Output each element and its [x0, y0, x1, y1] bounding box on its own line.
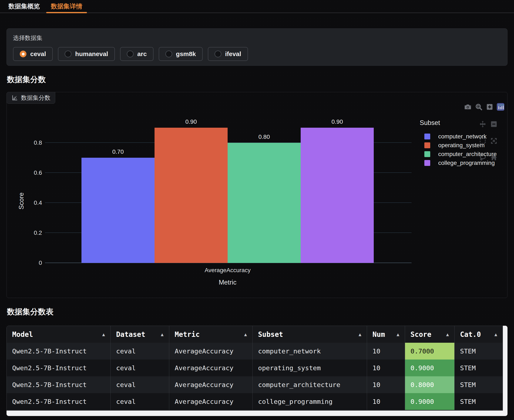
- table-row: Qwen2.5-7B-InstructcevalAverageAccuracyo…: [7, 360, 503, 376]
- legend-item-college_programming[interactable]: college_programming: [420, 158, 507, 167]
- table-body: Qwen2.5-7B-InstructcevalAverageAccuracyc…: [7, 343, 503, 410]
- column-header-label: Score: [410, 330, 431, 338]
- table-section-title: 数据集分数表: [7, 308, 507, 316]
- camera-icon[interactable]: [464, 103, 472, 111]
- vertical-scrollbar[interactable]: [503, 326, 507, 411]
- bar-computer_architecture: 0.80: [228, 143, 301, 263]
- sort-ascending-icon[interactable]: ▲: [359, 332, 361, 337]
- legend-title: Subset: [420, 119, 507, 127]
- radio-option-gsm8k[interactable]: gsm8k: [159, 47, 203, 61]
- legend-item-computer_architecture[interactable]: computer_architecture: [420, 150, 507, 158]
- sort-ascending-icon[interactable]: ▲: [161, 332, 164, 337]
- radio-option-humaneval[interactable]: humaneval: [58, 47, 115, 61]
- column-header-label: Num: [372, 330, 385, 338]
- radio-option-label: humaneval: [75, 50, 108, 58]
- bar-computer_network: 0.70: [82, 158, 155, 263]
- bar-operating_system: 0.90: [155, 128, 228, 263]
- plot-area: 0.700.900.800.90: [45, 115, 411, 263]
- legend-label: operating_system: [438, 142, 484, 149]
- radio-option-label: arc: [137, 50, 147, 58]
- radio-unselected-icon: [127, 51, 134, 57]
- y-tick-label: 0.8: [7, 139, 42, 146]
- zoom-icon[interactable]: [475, 103, 483, 111]
- scores-table-grid: Model▲Dataset▲Metric▲Subset▲Num▲Score▲Ca…: [7, 326, 503, 410]
- x-axis-title: Metric: [186, 279, 270, 286]
- legend-label: computer_architecture: [438, 151, 497, 158]
- legend-label: college_programming: [438, 160, 495, 166]
- legend-swatch: [424, 160, 430, 166]
- column-header-score[interactable]: Score▲: [405, 326, 454, 343]
- cell-model: Qwen2.5-7B-Instruct: [7, 343, 111, 360]
- cell-metric: AverageAccuracy: [169, 393, 253, 410]
- zoom-in-icon[interactable]: [486, 103, 493, 111]
- cell-model: Qwen2.5-7B-Instruct: [7, 393, 111, 410]
- cell-num: 10: [367, 343, 405, 360]
- cell-num: 10: [367, 360, 405, 376]
- legend-item-operating_system[interactable]: operating_system: [420, 141, 507, 150]
- cell-dataset: ceval: [111, 393, 169, 410]
- column-header-label: Cat.0: [460, 330, 481, 338]
- tab-dataset-overview[interactable]: 数据集概览: [3, 0, 45, 13]
- y-tick-label: 0.6: [7, 169, 42, 176]
- bar-college_programming: 0.90: [301, 128, 374, 263]
- legend-swatch: [424, 151, 430, 157]
- cell-subset: computer_network: [253, 343, 367, 360]
- sort-ascending-icon[interactable]: ▲: [397, 332, 399, 337]
- cell-metric: AverageAccuracy: [169, 343, 253, 360]
- plotly-logo-icon[interactable]: [497, 103, 504, 111]
- radio-option-ifeval[interactable]: ifeval: [208, 47, 248, 61]
- column-header-num[interactable]: Num▲: [367, 326, 405, 343]
- y-tick-label: 0.4: [7, 199, 42, 206]
- cell-score: 0.9000: [405, 393, 454, 410]
- radio-unselected-icon: [165, 51, 172, 57]
- cell-score: 0.8000: [405, 376, 454, 393]
- radio-unselected-icon: [65, 51, 71, 57]
- radio-option-arc[interactable]: arc: [120, 47, 154, 61]
- scores-table: Model▲Dataset▲Metric▲Subset▲Num▲Score▲Ca…: [7, 326, 507, 416]
- column-header-label: Dataset: [116, 330, 145, 338]
- bar-group: 0.700.900.800.90: [82, 128, 374, 263]
- radio-option-label: gsm8k: [176, 50, 196, 58]
- column-header-label: Subset: [258, 330, 283, 338]
- sort-ascending-icon[interactable]: ▲: [446, 332, 449, 337]
- x-tick-label: AverageAccuracy: [186, 267, 270, 274]
- column-header-label: Model: [12, 330, 33, 338]
- sort-ascending-icon[interactable]: ▲: [244, 332, 247, 337]
- horizontal-scrollbar[interactable]: [7, 411, 507, 416]
- bar-value-label: 0.90: [155, 119, 228, 125]
- chart-section-title: 数据集分数: [7, 75, 507, 84]
- cell-metric: AverageAccuracy: [169, 360, 253, 376]
- cell-num: 10: [367, 376, 405, 393]
- column-header-cat-0[interactable]: Cat.0▲: [454, 326, 503, 343]
- column-header-subset[interactable]: Subset▲: [253, 326, 367, 343]
- cell-model: Qwen2.5-7B-Instruct: [7, 376, 111, 393]
- column-header-metric[interactable]: Metric▲: [169, 326, 253, 343]
- legend-item-computer_network[interactable]: computer_network: [420, 132, 507, 141]
- table-row: Qwen2.5-7B-InstructcevalAverageAccuracyc…: [7, 393, 503, 410]
- cell-cat0: STEM: [454, 343, 503, 360]
- cell-model: Qwen2.5-7B-Instruct: [7, 360, 111, 376]
- radio-option-label: ifeval: [225, 50, 241, 58]
- column-header-model[interactable]: Model▲: [7, 326, 111, 343]
- legend-swatch: [424, 134, 430, 139]
- radio-unselected-icon: [215, 51, 221, 57]
- plot-label-text: 数据集分数: [21, 94, 50, 102]
- cell-cat0: STEM: [454, 360, 503, 376]
- y-tick-label: 0.2: [7, 229, 42, 236]
- column-header-label: Metric: [175, 330, 200, 338]
- sort-ascending-icon[interactable]: ▲: [102, 332, 105, 337]
- cell-subset: operating_system: [253, 360, 367, 376]
- tab-dataset-details[interactable]: 数据集详情: [45, 0, 88, 13]
- table-header-row: Model▲Dataset▲Metric▲Subset▲Num▲Score▲Ca…: [7, 326, 503, 343]
- chart-legend: Subset computer_networkoperating_systemc…: [420, 119, 507, 167]
- column-header-dataset[interactable]: Dataset▲: [111, 326, 169, 343]
- sort-ascending-icon[interactable]: ▲: [494, 332, 497, 337]
- y-tick-label: 0: [7, 259, 42, 266]
- cell-metric: AverageAccuracy: [169, 376, 253, 393]
- cell-dataset: ceval: [111, 343, 169, 360]
- dataset-picker-label: 选择数据集: [13, 34, 501, 42]
- dataset-picker-options: cevalhumanevalarcgsm8kifeval: [13, 47, 501, 61]
- cell-subset: college_programming: [253, 393, 367, 410]
- bar-value-label: 0.90: [301, 119, 374, 125]
- radio-option-ceval[interactable]: ceval: [13, 47, 53, 61]
